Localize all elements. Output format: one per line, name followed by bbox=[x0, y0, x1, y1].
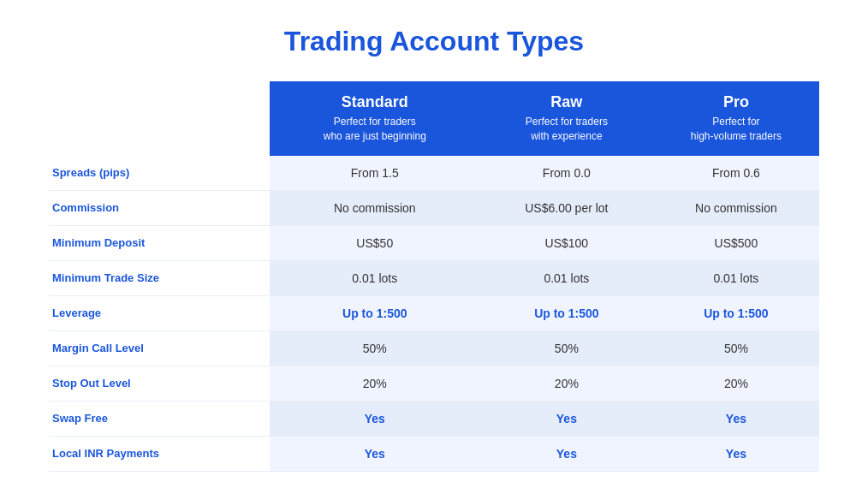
row-cell: Yes bbox=[270, 436, 480, 471]
table-row: CommissionNo commissionUS$6.00 per lotNo… bbox=[49, 190, 819, 225]
row-label: Local INR Payments bbox=[49, 436, 270, 471]
row-cell: US$100 bbox=[480, 225, 653, 260]
comparison-table-wrapper: Compare Accounts Standard Perfect for tr… bbox=[49, 81, 819, 488]
account-sub-standard: Perfect for traderswho are just beginnin… bbox=[278, 115, 472, 144]
account-sub-pro: Perfect forhigh-volume traders bbox=[662, 115, 811, 144]
row-cell: Up to 1:500 bbox=[480, 295, 653, 330]
row-label: Minimum Deposit bbox=[49, 225, 270, 260]
table-row: LeverageUp to 1:500Up to 1:500Up to 1:50… bbox=[49, 295, 819, 330]
row-cell: Yes bbox=[480, 436, 653, 471]
button-row-label-cell bbox=[49, 471, 270, 488]
row-cell: From 0.6 bbox=[653, 156, 819, 191]
row-label: Leverage bbox=[49, 295, 270, 330]
row-label: Spreads (pips) bbox=[49, 156, 270, 191]
row-cell: Up to 1:500 bbox=[653, 295, 819, 330]
header-row: Compare Accounts Standard Perfect for tr… bbox=[49, 81, 819, 156]
row-cell: 50% bbox=[653, 330, 819, 366]
table-row: Stop Out Level20%20%20% bbox=[49, 366, 819, 401]
account-header-pro: Pro Perfect forhigh-volume traders bbox=[653, 81, 819, 156]
row-cell: Up to 1:500 bbox=[270, 295, 480, 330]
table-row: Spreads (pips)From 1.5From 0.0From 0.6 bbox=[49, 156, 819, 191]
row-cell: US$500 bbox=[653, 225, 819, 260]
row-label: Minimum Trade Size bbox=[49, 260, 270, 295]
row-cell: Yes bbox=[653, 436, 819, 471]
row-cell: No commission bbox=[653, 190, 819, 225]
row-cell: From 1.5 bbox=[270, 156, 480, 191]
table-row: Minimum Trade Size0.01 lots0.01 lots0.01… bbox=[49, 260, 819, 295]
open-standard-cell: Open Standard bbox=[270, 471, 480, 488]
row-label: Margin Call Level bbox=[49, 330, 270, 366]
row-cell: Yes bbox=[270, 401, 480, 436]
row-label: Stop Out Level bbox=[49, 366, 270, 401]
row-cell: 50% bbox=[270, 330, 480, 366]
row-cell: US$6.00 per lot bbox=[480, 190, 653, 225]
table-row: Margin Call Level50%50%50% bbox=[49, 330, 819, 366]
open-pro-cell: Open Pro bbox=[653, 471, 819, 488]
table-row: Local INR PaymentsYesYesYes bbox=[49, 436, 819, 471]
row-cell: 20% bbox=[653, 366, 819, 401]
row-cell: From 0.0 bbox=[480, 156, 653, 191]
button-row: Open Standard Open Raw Open Pro bbox=[49, 471, 819, 488]
comparison-table: Compare Accounts Standard Perfect for tr… bbox=[49, 81, 819, 488]
row-cell: US$50 bbox=[270, 225, 480, 260]
row-cell: Yes bbox=[653, 401, 819, 436]
compare-accounts-label: Compare Accounts bbox=[49, 81, 270, 156]
account-header-raw: Raw Perfect for traderswith experience bbox=[480, 81, 653, 156]
row-cell: 0.01 lots bbox=[270, 260, 480, 295]
page-title: Trading Account Types bbox=[284, 26, 584, 57]
account-name-raw: Raw bbox=[489, 93, 645, 111]
row-cell: 20% bbox=[480, 366, 653, 401]
table-row: Minimum DepositUS$50US$100US$500 bbox=[49, 225, 819, 260]
row-cell: 50% bbox=[480, 330, 653, 366]
row-label: Commission bbox=[49, 190, 270, 225]
account-sub-raw: Perfect for traderswith experience bbox=[489, 115, 645, 144]
account-header-standard: Standard Perfect for traderswho are just… bbox=[270, 81, 480, 156]
row-cell: 20% bbox=[270, 366, 480, 401]
row-cell: No commission bbox=[270, 190, 480, 225]
row-label: Swap Free bbox=[49, 401, 270, 436]
open-raw-cell: Open Raw bbox=[480, 471, 653, 488]
row-cell: 0.01 lots bbox=[653, 260, 819, 295]
row-cell: Yes bbox=[480, 401, 653, 436]
account-name-pro: Pro bbox=[662, 93, 811, 111]
account-name-standard: Standard bbox=[278, 93, 472, 111]
row-cell: 0.01 lots bbox=[480, 260, 653, 295]
table-row: Swap FreeYesYesYes bbox=[49, 401, 819, 436]
